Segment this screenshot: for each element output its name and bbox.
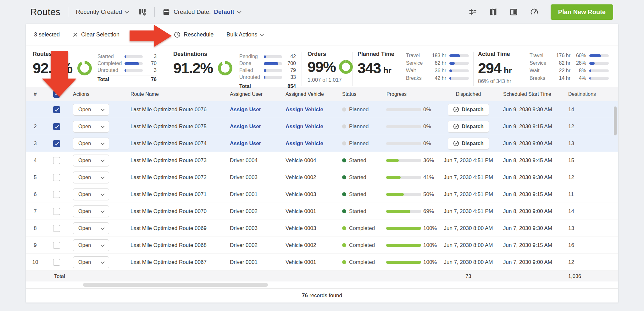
row-checkbox[interactable]: [53, 208, 60, 215]
assign-vehicle-link[interactable]: Assign Vehicle: [286, 106, 323, 112]
assigned-user: Driver 0002: [230, 242, 258, 248]
assign-user-link[interactable]: Assign User: [230, 106, 261, 112]
vertical-scrollbar-thumb[interactable]: [614, 106, 617, 135]
route-name[interactable]: Last Mile Optimized Route 0074: [125, 140, 225, 147]
orders-stat: Orders 99% 1,007 of 1,017: [308, 51, 347, 83]
open-button[interactable]: Open: [73, 222, 109, 234]
columns-settings-icon[interactable]: [138, 8, 147, 16]
row-checkbox[interactable]: [53, 123, 60, 130]
column-header-scheduled-start-time[interactable]: Scheduled Start Time: [501, 91, 560, 97]
table-row[interactable]: 6 Open Last Mile Optimized Route 0071 Dr…: [26, 186, 618, 203]
column-header-assigned-user[interactable]: Assigned User: [225, 91, 281, 97]
clear-selection-button[interactable]: Clear Selection: [73, 31, 119, 38]
table-row[interactable]: 8 Open Last Mile Optimized Route 0069 Dr…: [26, 220, 618, 237]
divider: [154, 7, 155, 17]
filter-sliders-icon[interactable]: [469, 8, 477, 16]
open-dropdown-chevron[interactable]: [96, 172, 109, 183]
total-destinations: 1,036: [560, 273, 614, 279]
assign-user-link[interactable]: Assign User: [230, 140, 261, 146]
horizontal-scrollbar-thumb[interactable]: [83, 283, 268, 287]
map-icon[interactable]: [489, 8, 497, 16]
reschedule-button[interactable]: Reschedule: [174, 31, 214, 38]
open-dropdown-chevron[interactable]: [96, 189, 109, 200]
open-dropdown-chevron[interactable]: [96, 240, 109, 251]
sort-dropdown[interactable]: Recently Created: [76, 8, 129, 15]
scheduled-start-time: Jun 8, 2030 9:45 AM: [501, 157, 560, 164]
column-header-route-name[interactable]: Route Name: [125, 91, 225, 97]
top-bar: Routes Recently Created: [0, 0, 644, 24]
table-row[interactable]: Open Last Mile Optimized Route 0076 Assi…: [26, 101, 618, 118]
stat-bar: [125, 62, 143, 65]
route-name[interactable]: Last Mile Optimized Route 0076: [125, 106, 225, 113]
created-date-dropdown[interactable]: Created Date: Default: [162, 8, 241, 16]
route-name[interactable]: Last Mile Optimized Route 0068: [125, 242, 225, 248]
row-checkbox[interactable]: [53, 191, 60, 198]
dispatch-button[interactable]: Dispatch: [448, 121, 489, 133]
open-button[interactable]: Open: [73, 205, 109, 217]
row-checkbox[interactable]: [53, 157, 60, 164]
route-name[interactable]: Last Mile Optimized Route 0071: [125, 191, 225, 198]
select-all-checkbox[interactable]: [53, 91, 60, 98]
panel-icon[interactable]: [509, 8, 518, 16]
table-row[interactable]: 2 Open Last Mile Optimized Route 0075 As…: [26, 118, 618, 135]
open-dropdown-chevron[interactable]: [96, 223, 109, 234]
dispatched-date: Jun 7, 2030 8:00 AM: [444, 259, 493, 265]
table-row[interactable]: 7 Open Last Mile Optimized Route 0070 Dr…: [26, 203, 618, 220]
time-line: Service82 hr: [406, 59, 469, 67]
route-name[interactable]: Last Mile Optimized Route 0072: [125, 174, 225, 181]
table-row[interactable]: 3 Open Last Mile Optimized Route 0074 As…: [26, 135, 618, 152]
divider: [165, 52, 165, 86]
row-checkbox[interactable]: [53, 242, 60, 249]
open-button[interactable]: Open: [73, 188, 109, 200]
column-header-destinations[interactable]: Destinations: [560, 91, 614, 97]
open-button[interactable]: Open: [73, 256, 109, 268]
bulk-actions-dropdown[interactable]: Bulk Actions: [226, 31, 263, 38]
open-button[interactable]: Open: [73, 138, 109, 150]
assign-vehicle-link[interactable]: Assign Vehicle: [286, 140, 323, 146]
gauge-icon[interactable]: [530, 8, 539, 16]
records-found: 76records found: [26, 288, 618, 303]
column-header-number[interactable]: #: [26, 91, 45, 97]
open-dropdown-chevron[interactable]: [96, 257, 109, 268]
table-row[interactable]: 4 Open Last Mile Optimized Route 0073 Dr…: [26, 152, 618, 169]
open-button[interactable]: Open: [73, 104, 109, 116]
time-line: Travel176 hr60%: [530, 52, 609, 59]
row-checkbox[interactable]: [53, 225, 60, 232]
route-name[interactable]: Last Mile Optimized Route 0070: [125, 208, 225, 215]
status: Started: [338, 174, 382, 181]
column-header-status[interactable]: Status: [338, 91, 382, 97]
open-button[interactable]: Open: [73, 121, 109, 133]
open-button[interactable]: Open: [73, 239, 109, 251]
destinations-count: 12: [560, 259, 614, 265]
route-name[interactable]: Last Mile Optimized Route 0069: [125, 225, 225, 232]
open-dropdown-chevron[interactable]: [96, 104, 109, 115]
column-header-assigned-vehicle[interactable]: Assigned Vehicle: [281, 91, 338, 97]
row-checkbox[interactable]: [53, 106, 60, 113]
dispatch-button[interactable]: Dispatch: [448, 138, 489, 150]
plan-new-route-button[interactable]: Plan New Route: [551, 4, 613, 20]
table-total-row: Total 73 1,036: [26, 271, 618, 281]
open-button[interactable]: Open: [73, 155, 109, 166]
table-row[interactable]: 9 Open Last Mile Optimized Route 0068 Dr…: [26, 237, 618, 254]
scheduled-start-time: Jun 8, 2030 9:30 AM: [501, 174, 560, 181]
column-header-progress[interactable]: Progress: [382, 91, 436, 97]
status-dot: [342, 226, 346, 230]
column-header-dispatched[interactable]: Dispatched: [436, 91, 501, 97]
row-checkbox[interactable]: [53, 140, 60, 147]
row-checkbox[interactable]: [53, 259, 60, 266]
table-row[interactable]: 10 Open Last Mile Optimized Route 0067 D…: [26, 254, 618, 271]
column-header-actions[interactable]: Actions: [69, 91, 125, 97]
open-dropdown-chevron[interactable]: [96, 121, 109, 132]
open-dropdown-chevron[interactable]: [96, 138, 109, 149]
open-dropdown-chevron[interactable]: [96, 155, 109, 166]
route-name[interactable]: Last Mile Optimized Route 0067: [125, 259, 225, 265]
route-name[interactable]: Last Mile Optimized Route 0073: [125, 157, 225, 164]
table-row[interactable]: 5 Open Last Mile Optimized Route 0072 Dr…: [26, 169, 618, 186]
open-button[interactable]: Open: [73, 172, 109, 183]
route-name[interactable]: Last Mile Optimized Route 0075: [125, 123, 225, 130]
row-checkbox[interactable]: [53, 174, 60, 181]
assign-vehicle-link[interactable]: Assign Vehicle: [286, 123, 323, 129]
assign-user-link[interactable]: Assign User: [230, 123, 261, 129]
open-dropdown-chevron[interactable]: [96, 206, 109, 217]
dispatch-button[interactable]: Dispatch: [448, 104, 489, 116]
